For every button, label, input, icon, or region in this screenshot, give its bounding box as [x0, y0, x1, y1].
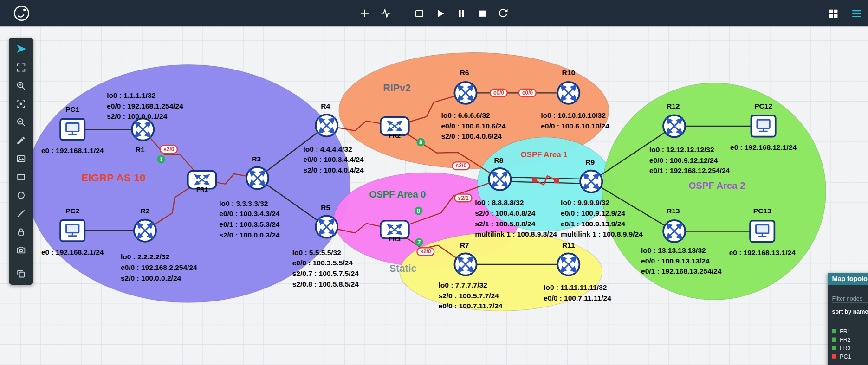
main-menu-icon[interactable]: [847, 4, 866, 23]
port-status-badge-1-1[interactable]: 1: [157, 155, 165, 164]
zone-label-ospf-area-0[interactable]: OSPF Area 0: [369, 189, 426, 200]
port-status-badge-8-7[interactable]: 7: [415, 238, 423, 246]
node-R9[interactable]: [578, 169, 604, 194]
summary-item-PC1[interactable]: PC1: [828, 352, 868, 360]
interface-label-9-s2-0[interactable]: s2/0: [416, 247, 435, 256]
zone-label-ospf-area-2[interactable]: OSPF Area 2: [688, 180, 745, 192]
node-info-R5[interactable]: lo0 : 5.5.5.5/32e0/0 : 100.3.5.5/24s2/0.…: [292, 247, 359, 289]
zone-label-ospf-area-1[interactable]: OSPF Area 1: [521, 150, 568, 159]
node-label-FR3[interactable]: FR3: [389, 236, 401, 242]
interface-label-6-s2-1[interactable]: s2/1: [454, 193, 473, 202]
node-info-R6[interactable]: lo0 : 6.6.6.6/32e0/0 : 100.6.10.6/24s2/0…: [441, 110, 506, 141]
node-R5[interactable]: [314, 214, 339, 240]
node-label-R4[interactable]: R4: [321, 102, 330, 110]
center-view-tool[interactable]: [9, 95, 33, 113]
node-R7[interactable]: [453, 252, 479, 277]
summary-item-FR2[interactable]: FR2: [828, 335, 868, 344]
node-R11[interactable]: [556, 252, 581, 277]
node-info-R9[interactable]: lo0 : 9.9.9.9/32e0/0 : 100.9.12.9/24e0/1…: [561, 198, 643, 240]
node-info-R10[interactable]: lo0 : 10.10.10.10/32e0/0 : 100.6.10.10/2…: [541, 110, 609, 131]
node-label-R11[interactable]: R11: [562, 241, 575, 250]
node-PC13[interactable]: [749, 219, 776, 243]
summary-item-FR1[interactable]: FR1: [828, 327, 868, 335]
node-label-R2[interactable]: R2: [141, 207, 150, 215]
node-label-PC2[interactable]: PC2: [65, 207, 79, 215]
node-label-R1[interactable]: R1: [136, 146, 145, 154]
zone-label-eigrp-as-10[interactable]: EIGRP AS 10: [81, 172, 146, 184]
sort-by-name-toggle[interactable]: sort by name asc: [832, 308, 868, 314]
lock-items-tool[interactable]: [9, 222, 33, 240]
node-info-PC12[interactable]: e0 : 192.168.12.1/24: [730, 142, 797, 153]
node-label-R6[interactable]: R6: [460, 69, 469, 77]
pc-icon: [59, 235, 86, 244]
node-R6[interactable]: [453, 80, 479, 106]
zone-label-ripv2[interactable]: RIPv2: [383, 83, 411, 94]
zoom-in-tool[interactable]: [9, 77, 33, 95]
node-label-PC13[interactable]: PC13: [753, 207, 771, 215]
node-R10[interactable]: [556, 80, 581, 106]
reload-nodes-button[interactable]: [494, 4, 513, 23]
node-info-PC13[interactable]: e0 : 192.168.13.1/24: [729, 247, 796, 258]
filter-nodes-input[interactable]: [832, 294, 868, 303]
node-info-R11[interactable]: lo0 : 11.11.11.11/32e0/0 : 100.7.11.11/2…: [544, 282, 611, 303]
node-R4[interactable]: [314, 113, 339, 138]
node-label-R12[interactable]: R12: [667, 102, 680, 110]
suspend-nodes-button[interactable]: [452, 4, 471, 23]
node-label-R7[interactable]: R7: [460, 241, 469, 250]
topology-canvas[interactable]: EIGRP AS 10RIPv2OSPF Area 0StaticOSPF Ar…: [0, 0, 868, 365]
draw-line-tool[interactable]: [9, 204, 33, 222]
draw-pencil-tool[interactable]: [9, 131, 33, 149]
zoom-out-tool[interactable]: [9, 113, 33, 131]
node-label-FR1[interactable]: FR1: [196, 186, 208, 192]
node-info-R8[interactable]: lo0 : 8.8.8.8/32s2/0 : 100.4.0.8/24s2/1 …: [475, 198, 557, 240]
zone-label-static[interactable]: Static: [389, 263, 416, 275]
node-info-R3[interactable]: lo0 : 3.3.3.3/32e0/0 : 100.3.4.3/24e0/1 …: [219, 198, 279, 240]
node-label-R10[interactable]: R10: [562, 69, 575, 77]
node-info-R4[interactable]: lo0 : 4.4.4.4/32e0/0 : 100.3.4.4/24s2/0 …: [304, 144, 364, 175]
port-status-badge-2-8[interactable]: 8: [416, 138, 425, 147]
node-PC2[interactable]: [59, 219, 86, 242]
node-PC12[interactable]: [750, 115, 777, 138]
node-info-PC1[interactable]: e0 : 192.168.1.1/24: [41, 146, 104, 156]
node-R13[interactable]: [661, 218, 687, 244]
add-node-button[interactable]: [356, 4, 375, 23]
duplicate-tool[interactable]: [9, 264, 33, 282]
node-label-R5[interactable]: R5: [321, 204, 330, 212]
draw-rectangle-tool[interactable]: [9, 167, 33, 186]
interface-label-3-s2-0[interactable]: s2/0: [452, 161, 470, 170]
draw-ellipse-tool[interactable]: [9, 186, 33, 204]
node-label-FR2[interactable]: FR2: [389, 132, 401, 139]
node-label-R3[interactable]: R3: [252, 155, 261, 163]
router-icon: [487, 184, 512, 193]
node-info-R7[interactable]: lo0 : 7.7.7.7/32s2/0 : 100.5.7.7/24e0/0 …: [439, 280, 503, 311]
node-PC1[interactable]: [59, 118, 86, 141]
node-info-R2[interactable]: lo0 : 2.2.2.2/32e0/0 : 192.168.2.254/24s…: [121, 252, 197, 283]
port-status-badge-7-8[interactable]: 8: [415, 206, 423, 215]
stop-nodes-button[interactable]: [473, 4, 492, 23]
node-R3[interactable]: [245, 166, 270, 191]
node-label-R13[interactable]: R13: [667, 207, 680, 215]
node-label-R8[interactable]: R8: [494, 156, 504, 164]
node-info-PC2[interactable]: e0 : 192.168.2.1/24: [41, 247, 104, 257]
interface-label-4-e0-0[interactable]: e0/0: [490, 89, 508, 97]
link-activity-button[interactable]: [376, 4, 395, 23]
node-R8[interactable]: [487, 166, 512, 192]
interface-label-5-e0-0[interactable]: e0/0: [518, 89, 537, 97]
draw-shape-button[interactable]: [410, 4, 429, 23]
node-label-R9[interactable]: R9: [585, 158, 595, 166]
fit-to-screen-tool[interactable]: [9, 58, 33, 76]
node-label-PC12[interactable]: PC12: [754, 102, 772, 110]
node-info-R1[interactable]: lo0 : 1.1.1.1/32e0/0 : 192.168.1.254/24s…: [107, 90, 183, 122]
node-info-R13[interactable]: lo0 : 13.13.13.13/32e0/0 : 100.9.13.13/2…: [641, 245, 721, 276]
screenshot-tool[interactable]: [9, 241, 33, 259]
start-nodes-button[interactable]: [431, 4, 450, 23]
widgets-grid-icon[interactable]: [824, 4, 843, 23]
navigate-tool[interactable]: [9, 40, 33, 58]
interface-label-0-s2-0[interactable]: s2/0: [160, 145, 178, 154]
node-info-R12[interactable]: lo0 : 12.12.12.12/32e0/0 : 100.9.12.12/2…: [649, 144, 730, 176]
insert-image-tool[interactable]: [9, 149, 33, 167]
node-label-PC1[interactable]: PC1: [65, 105, 79, 114]
node-R12[interactable]: [661, 113, 687, 139]
summary-item-FR3[interactable]: FR3: [828, 344, 868, 352]
node-R2[interactable]: [132, 218, 158, 243]
